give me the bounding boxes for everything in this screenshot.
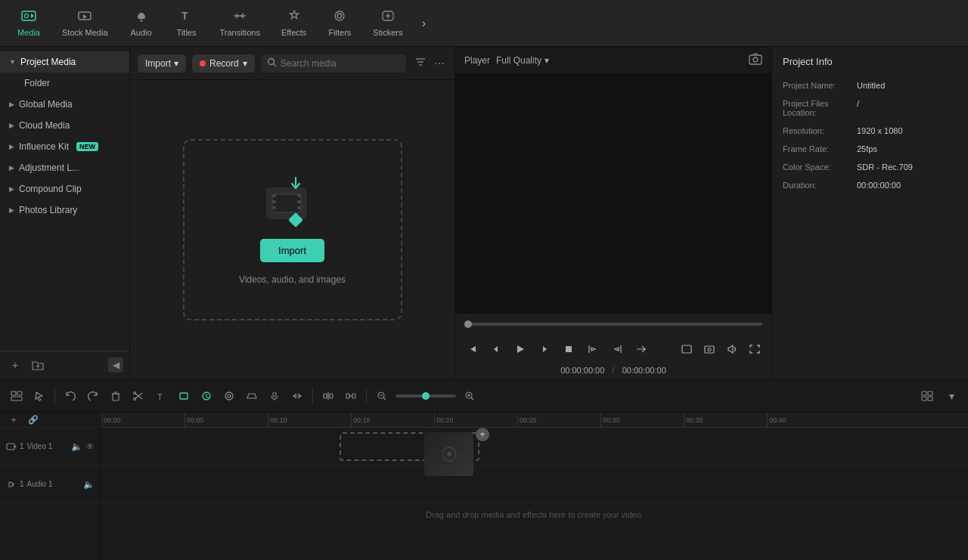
tl-select-btn[interactable]: [29, 385, 50, 407]
volume-btn[interactable]: [721, 339, 743, 360]
tl-speed-btn[interactable]: [196, 385, 217, 407]
screenshot-btn[interactable]: [699, 339, 720, 360]
toolbar-item-stock-media[interactable]: Stock Media: [51, 5, 119, 42]
toolbar-item-transitions[interactable]: Transitions: [209, 5, 271, 42]
sidebar-global-media-label: Global Media: [19, 99, 73, 110]
sidebar-item-project-media[interactable]: ▼ Project Media: [0, 51, 129, 73]
snapshot-icon[interactable]: [749, 53, 762, 68]
adjustment-l-arrow: ▶: [9, 164, 14, 172]
sidebar-item-photos-library[interactable]: ▶ Photos Library: [0, 200, 129, 221]
zoom-in-btn[interactable]: [459, 385, 480, 407]
toolbar-item-stickers[interactable]: Stickers: [362, 5, 413, 42]
tl-merge-btn[interactable]: [340, 385, 361, 407]
play-btn[interactable]: [510, 339, 531, 360]
sidebar-item-folder[interactable]: Folder: [0, 73, 129, 94]
tl-link-track-btn[interactable]: 🔗: [26, 413, 41, 428]
sidebar-item-influence-kit[interactable]: ▶ Influence Kit NEW: [0, 136, 129, 157]
tl-add-track-btn[interactable]: +: [6, 413, 21, 428]
video-track-eye-icon[interactable]: 👁: [85, 441, 95, 452]
svg-rect-42: [324, 394, 327, 398]
sidebar-influence-kit-label: Influence Kit: [19, 141, 69, 152]
project-media-arrow: ▼: [9, 58, 16, 66]
search-box: [261, 54, 406, 73]
duration-label: Duration:: [783, 181, 851, 190]
influence-kit-arrow: ▶: [9, 143, 14, 150]
sidebar-item-compound-clip[interactable]: ▶ Compound Clip: [0, 178, 129, 200]
toolbar-item-media[interactable]: Media: [6, 5, 51, 42]
tl-mic-btn[interactable]: [264, 385, 285, 407]
import-dropzone: Import Videos, audio, and images: [183, 139, 402, 320]
stop-btn[interactable]: [558, 339, 579, 360]
sidebar-item-adjustment-layer[interactable]: ▶ Adjustment L...: [0, 157, 129, 178]
video-track-speaker-icon[interactable]: 🔈: [71, 441, 82, 452]
skip-back-btn[interactable]: [461, 339, 482, 360]
ruler-mark-4: 00:20: [434, 413, 517, 427]
timeline-area: T: [0, 379, 968, 560]
svg-point-25: [708, 348, 711, 351]
svg-rect-23: [682, 345, 691, 353]
ruler-mark-2: 00:10: [268, 413, 351, 427]
tl-undo-btn[interactable]: [60, 385, 81, 407]
scrubber-bar[interactable]: [464, 323, 762, 326]
ripple-btn[interactable]: [631, 339, 652, 360]
tl-mask-btn[interactable]: [241, 385, 262, 407]
sidebar-compound-clip-label: Compound Clip: [19, 184, 82, 194]
audio-track: [101, 466, 968, 503]
tl-layout-btn[interactable]: [6, 385, 27, 407]
fit-to-screen-btn[interactable]: [676, 339, 697, 360]
ruler-mark-5: 00:25: [517, 413, 600, 427]
tl-stabilize-btn[interactable]: [219, 385, 240, 407]
tl-sep-1: [54, 387, 55, 405]
mark-in-btn[interactable]: [582, 339, 603, 360]
tl-grid-btn[interactable]: [917, 385, 938, 407]
ruler-marks: 00:00 00:05 00:10 00:15 00:20 00:25 00:3…: [101, 413, 968, 427]
clip-add-btn[interactable]: +: [476, 428, 489, 441]
import-button[interactable]: Import ▾: [138, 54, 186, 73]
sidebar-photos-library-label: Photos Library: [19, 205, 77, 215]
quality-selector[interactable]: Full Quality ▾: [496, 55, 549, 66]
project-name-row: Project Name: Untitled: [783, 81, 957, 90]
add-folder-btn[interactable]: [29, 356, 47, 374]
media-panel: Import ▾ Record ▾ ⋯: [130, 47, 455, 379]
import-green-button[interactable]: Import: [260, 239, 324, 262]
tl-link-btn[interactable]: [287, 385, 308, 407]
tl-text-btn[interactable]: T: [150, 385, 172, 407]
mark-out-btn[interactable]: [607, 339, 628, 360]
toolbar-item-effects[interactable]: Effects: [271, 5, 317, 42]
tl-sep-2: [312, 387, 313, 405]
svg-rect-13: [272, 194, 301, 212]
record-button[interactable]: Record ▾: [192, 54, 255, 73]
sidebar-item-cloud-media[interactable]: ▶ Cloud Media: [0, 115, 129, 136]
toolbar-item-titles[interactable]: T Titles: [164, 5, 209, 42]
svg-rect-44: [346, 394, 349, 398]
tl-settings-btn[interactable]: ▾: [941, 385, 962, 407]
fullscreen-btn[interactable]: [744, 339, 765, 360]
tl-crop-btn[interactable]: [173, 385, 194, 407]
tl-cut-btn[interactable]: [128, 385, 149, 407]
ruler-mark-7: 00:35: [684, 413, 767, 427]
tl-redo-btn[interactable]: [82, 385, 104, 407]
tl-delete-btn[interactable]: [105, 385, 126, 407]
record-dot-icon: [200, 60, 206, 67]
frame-forward-btn[interactable]: [534, 339, 555, 360]
more-options-icon[interactable]: ⋯: [432, 55, 447, 72]
audio-track-speaker-icon[interactable]: 🔈: [83, 479, 95, 490]
svg-point-21: [753, 57, 758, 62]
timeline-ruler: 00:00 00:05 00:10 00:15 00:20 00:25 00:3…: [101, 413, 968, 428]
ruler-mark-6: 00:30: [600, 413, 684, 427]
zoom-slider[interactable]: [396, 394, 456, 398]
zoom-out-btn[interactable]: [371, 385, 392, 407]
tl-split-btn[interactable]: [318, 385, 339, 407]
toolbar-item-audio[interactable]: Audio: [119, 5, 164, 42]
toolbar-item-filters[interactable]: Filters: [317, 5, 362, 42]
frame-back-btn[interactable]: [486, 339, 507, 360]
toolbar-stock-media-label: Stock Media: [62, 28, 108, 37]
toolbar-more-btn[interactable]: ›: [413, 13, 434, 34]
video-track-number: 1: [20, 442, 24, 450]
search-input[interactable]: [281, 58, 400, 69]
filter-icon[interactable]: [412, 54, 429, 72]
add-media-btn[interactable]: +: [6, 356, 24, 374]
sidebar-item-global-media[interactable]: ▶ Global Media: [0, 94, 129, 115]
audio-track-label-row: 1 Audio 1 🔈: [0, 466, 101, 503]
collapse-panel-btn[interactable]: ◀: [108, 357, 123, 373]
